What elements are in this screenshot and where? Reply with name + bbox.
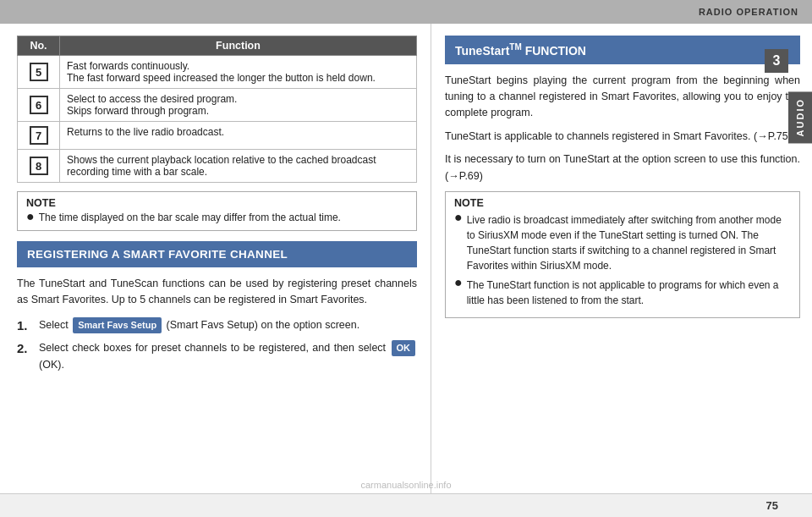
note-right-item-1: ● Live radio is broadcast immediately af… (454, 212, 791, 273)
note-box-left: NOTE ● The time displayed on the bar sca… (17, 191, 417, 231)
table-cell-no: 7 (18, 122, 60, 150)
step-1-text: Select Smart Favs Setup (Smart Favs Setu… (39, 317, 417, 333)
page-number: 75 (766, 499, 778, 512)
table-cell-func: Select to access the desired program.Ski… (60, 89, 417, 122)
table-header-no: No. (18, 36, 60, 56)
left-column: No. Function 5 Fast forwards continuousl… (0, 24, 431, 493)
section-body-text: The TuneStart and TuneScan functions can… (17, 276, 417, 309)
note-box-right: NOTE ● Live radio is broadcast immediate… (445, 191, 800, 318)
table-cell-func: Fast forwards continuously.The fast forw… (60, 56, 417, 89)
audio-tab: AUDIO (788, 91, 812, 143)
note-item: ● The time displayed on the bar scale ma… (26, 212, 408, 223)
step-2-text: Select check boxes for preset channels t… (39, 340, 417, 373)
audio-tab-label: AUDIO (795, 98, 805, 136)
table-cell-no: 8 (18, 150, 60, 183)
note-right-text-1: Live radio is broadcast immediately afte… (467, 212, 791, 273)
step-2: 2. Select check boxes for preset channel… (17, 340, 417, 373)
num-box-8: 8 (30, 157, 48, 175)
table-row: 8 Shows the current playback location re… (18, 150, 417, 183)
num-box-6: 6 (30, 96, 48, 114)
table-header-function: Function (60, 36, 417, 56)
table-row: 6 Select to access the desired program.S… (18, 89, 417, 122)
table-row: 5 Fast forwards continuously.The fast fo… (18, 56, 417, 89)
ok-button[interactable]: OK (392, 340, 416, 356)
header-bar: RADIO OPERATION (0, 0, 812, 24)
function-table: No. Function 5 Fast forwards continuousl… (17, 36, 417, 183)
note-right-bullet-1: ● (454, 211, 463, 224)
table-cell-no: 6 (18, 89, 60, 122)
table-cell-func: Returns to the live radio broadcast. (60, 122, 417, 150)
note-right-text-2: The TuneStart function is not applicable… (467, 278, 791, 308)
tunestart-header: TuneStartTM FUNCTION (445, 36, 800, 64)
num-box-5: 5 (30, 63, 48, 81)
footer: 75 (0, 493, 812, 517)
table-cell-func: Shows the current playback location rela… (60, 150, 417, 183)
smart-favs-setup-button[interactable]: Smart Favs Setup (73, 317, 162, 333)
note-right-bullet-2: ● (454, 276, 463, 289)
note-bullet: ● (26, 210, 35, 223)
note-title-left: NOTE (26, 197, 408, 209)
step-1-num: 1. (17, 317, 32, 334)
table-cell-no: 5 (18, 56, 60, 89)
note-text: The time displayed on the bar scale may … (39, 212, 341, 223)
page: RADIO OPERATION No. Function 5 Fast forw… (0, 0, 812, 517)
tunestart-para1: TuneStart begins playing the current pro… (445, 73, 800, 122)
table-row: 7 Returns to the live radio broadcast. (18, 122, 417, 150)
chapter-number: 3 (765, 49, 788, 73)
note-right-item-2: ● The TuneStart function is not applicab… (454, 278, 791, 308)
watermark: carmanualsonline.info (360, 480, 451, 490)
main-content: No. Function 5 Fast forwards continuousl… (0, 24, 812, 493)
note-title-right: NOTE (454, 197, 791, 209)
header-title: RADIO OPERATION (699, 7, 798, 17)
tunestart-para2: TuneStart is applicable to channels regi… (445, 129, 800, 145)
tunestart-para3: It is necessary to turn on TuneStart at … (445, 151, 800, 184)
section-header: REGISTERING A SMART FAVORITE CHANNEL (17, 241, 417, 267)
step-1: 1. Select Smart Favs Setup (Smart Favs S… (17, 317, 417, 334)
right-column: TuneStartTM FUNCTION TuneStart begins pl… (431, 24, 812, 493)
num-box-7: 7 (30, 126, 48, 145)
step-2-num: 2. (17, 340, 32, 357)
